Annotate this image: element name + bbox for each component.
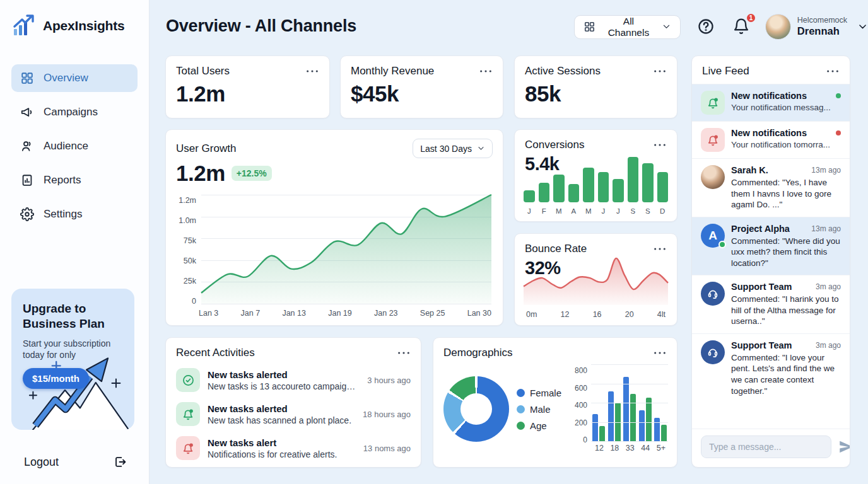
stat-card-active-sessions: Active Sessions85k bbox=[514, 55, 677, 118]
x-tick-label: Jan 13 bbox=[282, 309, 306, 318]
user-name-bottom: Drennah bbox=[797, 25, 847, 38]
avatar-support bbox=[701, 282, 725, 306]
comment-text: Commented: "Where did you uxx meth? them… bbox=[731, 236, 841, 269]
y-tick-label: 0 bbox=[192, 297, 196, 306]
legend-dot bbox=[517, 422, 525, 430]
stat-label: Total Users bbox=[176, 65, 230, 78]
more-menu-icon[interactable] bbox=[653, 67, 667, 76]
bell-dot-icon bbox=[176, 402, 200, 426]
bar bbox=[613, 179, 624, 202]
megaphone-icon bbox=[20, 105, 34, 119]
activity-description: Notifications is for creative alerts. bbox=[208, 449, 356, 459]
feed-body: New notificationsYour notification messa… bbox=[731, 91, 841, 115]
feed-item[interactable]: AProject Alpha13m agoCommented: "Where d… bbox=[692, 217, 850, 275]
x-tick-label: 44 bbox=[641, 444, 650, 454]
help-button[interactable] bbox=[697, 18, 716, 37]
bell-dot-icon bbox=[176, 436, 200, 460]
user-name-top: Helcomemock bbox=[797, 16, 847, 25]
stat-card-monthly-revenue: Monthly Revenue$45k bbox=[340, 55, 503, 118]
legend-dot bbox=[517, 405, 525, 413]
feed-body: Sarah K.13m agoCommented: "Yes, I have t… bbox=[731, 165, 841, 210]
demographics-title: Demographics bbox=[443, 347, 513, 359]
sidebar-item-audience[interactable]: Audience bbox=[11, 132, 138, 160]
x-tick-label: Jan 19 bbox=[328, 309, 352, 318]
x-tick-label: F bbox=[539, 207, 550, 215]
activity-item[interactable]: New tasks alertedNew task has scanned a … bbox=[176, 397, 411, 431]
notification-badge: 1 bbox=[746, 13, 756, 23]
feed-timestamp: 13m ago bbox=[811, 166, 841, 175]
x-tick-label: M bbox=[583, 207, 594, 215]
upgrade-price-button[interactable]: $15/month bbox=[23, 368, 89, 389]
commenter-name: Support Team bbox=[731, 340, 792, 350]
feed-timestamp: 3m ago bbox=[816, 282, 841, 291]
feed-item[interactable]: New notificationsYour notification tomor… bbox=[692, 121, 850, 158]
stat-card-head: Total Users bbox=[166, 56, 329, 78]
feed-item[interactable]: Support Team3m agoCommented: "I harink y… bbox=[692, 275, 850, 333]
bounce-x-labels: 0m1216204lt bbox=[526, 310, 666, 319]
send-button[interactable] bbox=[838, 439, 850, 455]
activity-description: New task has scanned a plont place. bbox=[208, 415, 355, 425]
more-menu-icon[interactable] bbox=[305, 67, 319, 76]
activity-timestamp: 18 hours ago bbox=[363, 410, 411, 419]
date-range-button[interactable]: Last 30 Days bbox=[413, 139, 493, 158]
bar bbox=[598, 172, 609, 202]
presence-dot bbox=[718, 241, 726, 248]
feed-item[interactable]: Support Team3m agoCommented: "I love you… bbox=[692, 333, 850, 403]
sidebar-item-overview[interactable]: Overview bbox=[11, 64, 138, 92]
live-feed-list[interactable]: New notificationsYour notification messa… bbox=[692, 84, 850, 429]
feed-timestamp: 13m ago bbox=[811, 224, 841, 233]
logout-label: Logout bbox=[24, 456, 59, 469]
grid-icon bbox=[584, 21, 595, 33]
feed-item[interactable]: Sarah K.13m agoCommented: "Yes, I have t… bbox=[692, 158, 850, 217]
comment-text: Commented: "Yes, I have them I havns I l… bbox=[731, 177, 841, 210]
x-tick-label: D bbox=[657, 207, 669, 215]
activity-item[interactable]: New tasks alertedNew tasks is 13 accoure… bbox=[176, 363, 411, 397]
legend-item-age: Age bbox=[517, 420, 562, 431]
sidebar-item-label: Reports bbox=[44, 174, 81, 187]
user-menu[interactable]: Helcomemock Drennah bbox=[765, 14, 868, 40]
logout-icon bbox=[113, 455, 127, 469]
avatar-support bbox=[701, 340, 725, 364]
activities-list: New tasks alertedNew tasks is 13 accoure… bbox=[166, 359, 421, 465]
y-tick-label: 1.0m bbox=[179, 217, 196, 225]
bar bbox=[599, 426, 605, 441]
user-avatar bbox=[765, 14, 791, 40]
sidebar-item-label: Campaigns bbox=[44, 106, 98, 118]
feed-item[interactable]: New notificationsYour notification messa… bbox=[692, 84, 850, 121]
more-menu-icon[interactable] bbox=[826, 67, 840, 76]
more-menu-icon[interactable] bbox=[653, 349, 667, 357]
message-input[interactable] bbox=[701, 435, 831, 458]
activity-title: New tasks alerted bbox=[208, 403, 355, 414]
sidebar-item-campaigns[interactable]: Campaigns bbox=[11, 98, 138, 126]
conversions-card: Conversions 5.4k JFMAMJJSSD bbox=[514, 129, 677, 222]
sidebar-item-reports[interactable]: Reports bbox=[11, 166, 138, 194]
gridline bbox=[591, 441, 668, 442]
more-menu-icon[interactable] bbox=[479, 67, 493, 76]
demographics-legend: FemaleMaleAge bbox=[517, 388, 562, 431]
feed-top-row: Sarah K.13m ago bbox=[731, 165, 841, 175]
grid-icon bbox=[20, 71, 34, 85]
sidebar-item-settings[interactable]: Settings bbox=[11, 200, 138, 228]
activity-timestamp: 13 noms ago bbox=[363, 444, 411, 453]
activity-item[interactable]: New tasks alertNotifications is for crea… bbox=[176, 431, 411, 465]
more-menu-icon[interactable] bbox=[397, 349, 411, 357]
feed-title: New notifications bbox=[731, 91, 807, 101]
bar bbox=[661, 425, 667, 441]
headset-icon bbox=[707, 287, 719, 300]
x-tick-label: M bbox=[553, 207, 565, 215]
channel-selector-button[interactable]: All Channels bbox=[574, 15, 681, 39]
stat-card-head: Active Sessions bbox=[515, 56, 677, 78]
stat-card-head: Monthly Revenue bbox=[341, 56, 503, 78]
report-icon bbox=[20, 173, 34, 187]
legend-item-female: Female bbox=[517, 388, 562, 398]
activity-title: New tasks alert bbox=[208, 437, 356, 448]
chevron-down-icon bbox=[662, 22, 671, 32]
notifications-button[interactable]: 1 bbox=[732, 18, 751, 37]
x-tick-label: 0m bbox=[526, 310, 537, 319]
bar bbox=[524, 190, 535, 202]
feed-body: Project Alpha13m agoCommented: "Where di… bbox=[731, 224, 841, 269]
more-menu-icon[interactable] bbox=[653, 245, 667, 253]
logout-button[interactable]: Logout bbox=[0, 455, 150, 469]
x-tick-label: Lan 30 bbox=[467, 309, 491, 318]
chevron-down-icon bbox=[857, 21, 868, 32]
